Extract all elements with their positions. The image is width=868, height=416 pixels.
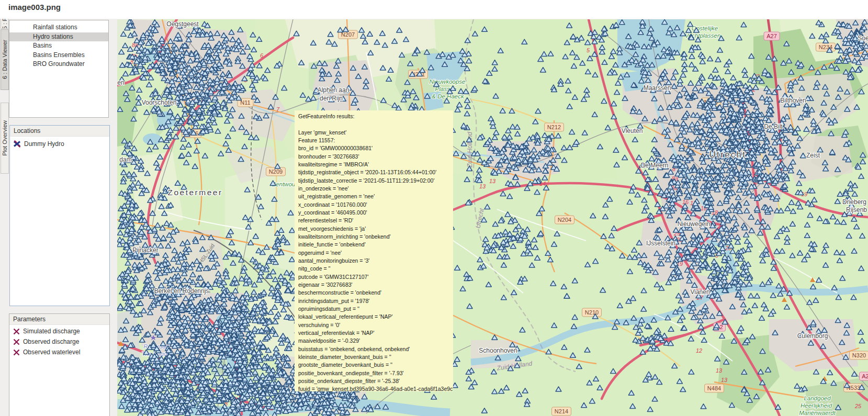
svg-text:Berkel en Rodenrijs: Berkel en Rodenrijs	[154, 287, 209, 295]
svg-text:Bilthoven: Bilthoven	[780, 97, 806, 104]
svg-text:De Bilt: De Bilt	[764, 123, 783, 130]
svg-text:N320: N320	[852, 352, 866, 358]
svg-text:N204: N204	[558, 217, 571, 223]
svg-text:Maarssen: Maarssen	[644, 84, 671, 92]
svg-text:Landgoed: Landgoed	[804, 395, 831, 401]
svg-text:De Meern: De Meern	[641, 162, 669, 169]
svg-text:dam: dam	[119, 156, 131, 163]
svg-text:Soe: Soe	[858, 35, 868, 42]
svg-text:Heerlijkheid: Heerlijkheid	[801, 402, 832, 409]
svg-text:Zeist: Zeist	[806, 152, 820, 159]
svg-text:Culemborg: Culemborg	[797, 332, 828, 340]
svg-text:12: 12	[696, 347, 702, 354]
svg-text:N214: N214	[555, 408, 568, 414]
svg-text:den Rijn: den Rijn	[320, 95, 343, 102]
svg-text:Voorschoten: Voorschoten	[142, 99, 177, 106]
svg-text:N209: N209	[269, 168, 283, 175]
svg-text:Vleuten: Vleuten	[622, 127, 643, 134]
svg-text:13: 13	[489, 178, 496, 184]
svg-text:13: 13	[721, 377, 728, 383]
svg-text:A2: A2	[862, 373, 868, 379]
svg-text:Pijnacker: Pijnacker	[132, 246, 158, 254]
svg-text:Utrecht: Utrecht	[709, 150, 747, 159]
svg-text:Zuid-Holland: Zuid-Holland	[466, 132, 474, 168]
svg-text:N210: N210	[585, 309, 599, 316]
svg-text:Alphen aan: Alphen aan	[318, 86, 350, 94]
svg-text:13: 13	[479, 183, 486, 189]
svg-text:Mariënwaerdt: Mariënwaerdt	[799, 410, 836, 416]
svg-text:Zoetermeer: Zoetermeer	[167, 188, 222, 197]
svg-text:13: 13	[716, 367, 723, 374]
svg-text:6: 6	[260, 52, 264, 59]
svg-text:Nieuwegein: Nieuwegein	[678, 220, 711, 228]
svg-text:5: 5	[587, 47, 590, 53]
svg-text:Schoonhoven: Schoonhoven	[479, 347, 517, 354]
svg-text:Rijsenb: Rijsenb	[846, 206, 867, 213]
svg-text:Drieberg: Drieberg	[842, 198, 866, 206]
svg-text:Vianen: Vianen	[690, 288, 709, 296]
svg-text:A27: A27	[766, 33, 777, 39]
svg-text:N484: N484	[707, 385, 721, 391]
svg-text:25: 25	[854, 403, 862, 409]
svg-text:7: 7	[276, 106, 280, 113]
svg-text:N212: N212	[547, 124, 561, 130]
svg-text:IJsselstein: IJsselstein	[646, 240, 675, 247]
svg-text:Oegstgeest: Oegstgeest	[166, 20, 199, 28]
svg-text:en: en	[117, 79, 124, 86]
